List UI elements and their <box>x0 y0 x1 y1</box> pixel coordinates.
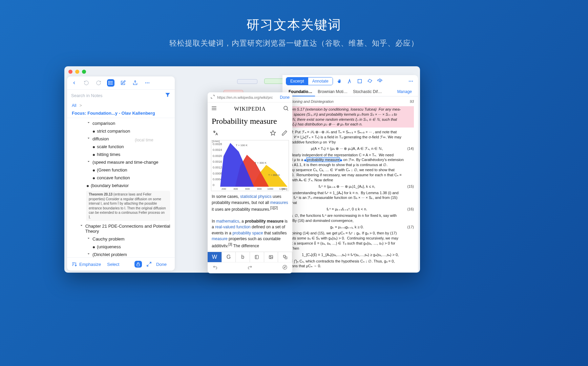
link-statistical-physics[interactable]: statistical physics <box>240 194 272 199</box>
window-traffic-lights[interactable] <box>68 70 86 74</box>
compose-button[interactable] <box>119 79 127 87</box>
more-icon[interactable] <box>407 77 415 85</box>
undo-button[interactable] <box>83 79 90 87</box>
safari-icon[interactable] <box>282 265 288 271</box>
list-view-button[interactable] <box>107 79 114 87</box>
outline-item[interactable]: hitting times <box>97 152 120 157</box>
outline-item[interactable]: comparison <box>92 121 115 126</box>
link-measures[interactable]: measures <box>270 200 288 205</box>
faded-text: (local time <box>135 138 153 142</box>
focus-title[interactable]: Focus: Foundation...y - Olav Kallenberg <box>67 110 175 118</box>
document-tabs: Foundatio… Brownian Moti… Stochastic Dif… <box>282 87 418 96</box>
svg-point-27 <box>270 256 271 257</box>
svg-point-15 <box>409 81 410 82</box>
outline-item[interactable]: (Green function <box>97 167 127 173</box>
edit-icon[interactable] <box>281 130 288 137</box>
svg-marker-23 <box>271 131 276 135</box>
outline-item[interactable]: scale function <box>97 144 124 149</box>
hero-title: 研习文本关键词 <box>0 0 588 33</box>
search-input[interactable] <box>71 93 165 98</box>
browser-forward-icon[interactable] <box>247 265 253 271</box>
done-button[interactable]: Done <box>156 262 167 267</box>
url-field[interactable]: https://en.m.wikipedia.org/wiki/prc <box>217 95 278 99</box>
highlighted-theorem[interactable]: prem 5.17 (extension by conditioning, Io… <box>287 106 414 128</box>
eqno: (16) <box>407 207 414 212</box>
browser-done-button[interactable]: Done <box>280 95 290 100</box>
svg-point-30 <box>283 265 287 269</box>
selected-text[interactable]: probability measure <box>306 157 340 162</box>
outline-item[interactable]: (Dirichlet problem <box>92 252 127 257</box>
expand-icon[interactable] <box>145 260 153 268</box>
minimize-icon[interactable] <box>75 70 79 74</box>
tab-brownian[interactable]: Brownian Moti… <box>315 87 350 96</box>
link-real-valued[interactable]: real-valued function <box>215 225 251 229</box>
outline-item[interactable]: (boundary behavior <box>91 183 129 188</box>
outline-item[interactable]: (speed measure and time-change <box>92 160 158 165</box>
crop-icon[interactable] <box>356 77 363 85</box>
svg-line-12 <box>147 265 149 266</box>
dictionary-icon[interactable] <box>250 252 264 262</box>
wikipedia-icon[interactable]: W <box>208 252 222 262</box>
fullscreen-icon[interactable] <box>210 94 215 100</box>
breadcrumb-all[interactable]: All <box>72 103 76 108</box>
tab-stochastic[interactable]: Stochastic Dif… <box>350 87 384 96</box>
more-button[interactable] <box>144 79 151 87</box>
filter-icon[interactable] <box>165 92 171 99</box>
back-button[interactable] <box>70 79 78 87</box>
outline-item[interactable]: concave function <box>97 175 130 180</box>
svg-point-5 <box>109 84 109 85</box>
google-icon[interactable]: G <box>222 252 236 262</box>
equation: 1_{Cₙ}(s̃) = 1_{Aₙ}(s₁,…,sₙ) = fₙⁿ(s₁,…,… <box>287 252 414 257</box>
article-title: Probability measure <box>208 115 292 129</box>
link-mathematics[interactable]: mathematics <box>216 219 239 224</box>
sort-icon[interactable] <box>70 260 78 268</box>
translate-icon[interactable] <box>278 252 292 262</box>
language-icon[interactable] <box>212 130 218 137</box>
text: the understanding that fₙⁿ = 1_{Aₙ} for … <box>287 190 414 206</box>
notes-panel: All > (local time Focus: Foundation...y … <box>67 76 175 271</box>
lock-toggle[interactable] <box>134 261 142 268</box>
link-measure[interactable]: measure <box>212 236 228 241</box>
lasso-icon[interactable] <box>366 77 374 85</box>
close-icon[interactable] <box>68 70 72 74</box>
outline-item[interactable]: Chapter 21 PDE-Connections and Potential… <box>85 224 171 234</box>
settings-icon[interactable] <box>376 77 384 85</box>
search-engine-bar: W G b <box>208 252 292 262</box>
svg-point-3 <box>109 81 109 82</box>
eqno: (15) <box>407 184 414 189</box>
mode-segmented[interactable]: Excerpt Annotate <box>286 77 333 85</box>
zoom-icon[interactable] <box>82 70 86 74</box>
browser-back-icon[interactable] <box>212 265 218 271</box>
star-icon[interactable] <box>270 130 276 137</box>
emphasize-button[interactable]: Emphasize <box>79 262 101 267</box>
svg-point-14 <box>379 81 381 82</box>
text-style-icon[interactable] <box>346 77 353 85</box>
pdf-page[interactable]: nditioning and Disintegration93 prem 5.1… <box>282 96 418 268</box>
select-button[interactable]: Select <box>107 262 119 267</box>
text: s̃ ∈ ⋂ₙ Cₙ, which contradicts the hypoth… <box>287 259 414 268</box>
bing-icon[interactable]: b <box>236 252 250 262</box>
hamburger-icon[interactable] <box>211 105 217 113</box>
outline-item[interactable]: Cauchy problem <box>92 236 125 242</box>
seg-annotate[interactable]: Annotate <box>308 77 333 85</box>
outline-item[interactable]: diffusion <box>92 136 109 141</box>
note-excerpt[interactable]: Theorem 20.13 (entrance laws and Feller … <box>86 191 170 221</box>
image-icon[interactable] <box>264 252 278 262</box>
chart: 0.00280.00240.00200.00160.00120.00080.00… <box>211 140 289 191</box>
outline-list[interactable]: comparisonstrict comparisondiffusionscal… <box>67 118 175 257</box>
page-number: 93 <box>410 99 414 104</box>
hand-tool-icon[interactable] <box>336 77 343 85</box>
running-head: nditioning and Disintegration <box>287 99 334 104</box>
search-icon[interactable] <box>283 105 289 113</box>
wikipedia-logo[interactable]: WIKIPEDIA <box>234 106 266 112</box>
outline-item[interactable]: strict comparison <box>97 129 130 134</box>
outline-item[interactable]: (uniqueness <box>97 244 121 249</box>
seg-excerpt[interactable]: Excerpt <box>286 77 308 85</box>
article-body: In some cases, statistical physics uses … <box>208 191 292 252</box>
svg-point-4 <box>109 83 109 83</box>
link-probability-space[interactable]: probability space <box>232 231 263 235</box>
share-button[interactable] <box>131 79 139 87</box>
text: Cₙ ↓ ∅, the functions fₖⁿ are nonincreas… <box>287 213 414 223</box>
manage-tabs-button[interactable]: Manage <box>395 87 415 96</box>
redo-button[interactable] <box>95 79 102 87</box>
